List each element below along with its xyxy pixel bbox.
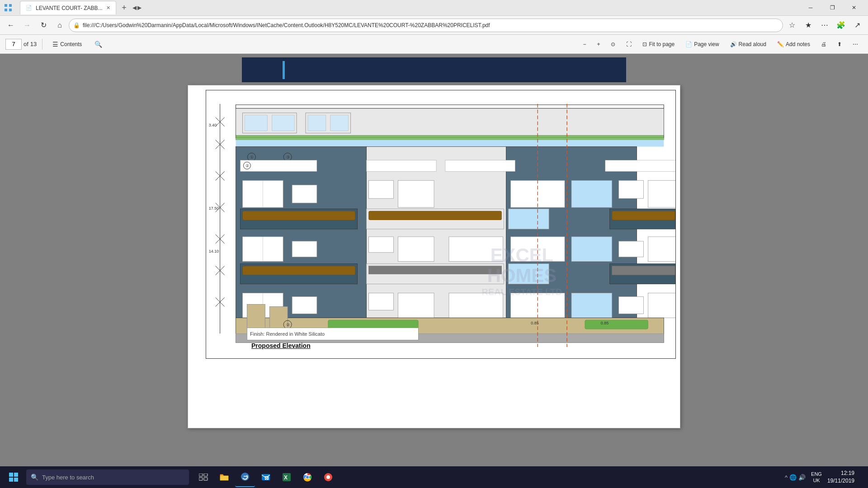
- address-bar[interactable]: [69, 19, 783, 32]
- svg-text:REAL ESTATE LTD: REAL ESTATE LTD: [481, 287, 562, 297]
- svg-rect-63: [292, 241, 317, 257]
- tab-close-button[interactable]: ✕: [106, 5, 110, 11]
- svg-text:0.85: 0.85: [601, 321, 609, 325]
- zoom-in-button[interactable]: +: [592, 38, 604, 51]
- svg-rect-30: [236, 136, 664, 140]
- volume-icon[interactable]: 🔊: [798, 474, 806, 481]
- add-notes-icon: ✏️: [777, 41, 784, 47]
- elevation-label: Proposed Elevation: [251, 342, 311, 349]
- home-button[interactable]: ⌂: [52, 18, 67, 33]
- back-button[interactable]: ←: [4, 18, 18, 33]
- svg-rect-85: [571, 293, 612, 318]
- browser-menu-button[interactable]: ⋯: [817, 18, 832, 33]
- svg-rect-42: [367, 160, 436, 171]
- fit-to-page-button[interactable]: ⊡ Fit to page: [638, 38, 679, 51]
- share-pdf-icon: ⬆: [837, 41, 842, 47]
- forward-button[interactable]: →: [20, 18, 34, 33]
- window-controls: ─ ❐ ✕: [800, 0, 864, 16]
- edge-browser-button[interactable]: [235, 467, 255, 487]
- note-bar: Finish: Rendered in White Silicato: [247, 328, 419, 340]
- svg-text:③: ③: [286, 155, 290, 160]
- share-button[interactable]: ↗: [850, 18, 864, 33]
- page-number-input[interactable]: [5, 39, 22, 50]
- svg-rect-28: [308, 115, 326, 131]
- svg-rect-26: [272, 115, 294, 131]
- pdf-header-bar: [242, 57, 626, 82]
- svg-point-122: [306, 476, 309, 479]
- svg-point-124: [326, 475, 330, 479]
- svg-rect-86: [619, 296, 644, 314]
- excel-button[interactable]: X: [277, 467, 297, 487]
- refresh-button[interactable]: ↻: [36, 18, 51, 33]
- share-pdf-button[interactable]: ⬆: [833, 38, 846, 51]
- svg-rect-77: [612, 266, 675, 275]
- svg-rect-112: [204, 478, 208, 480]
- actual-size-button[interactable]: ⊙: [606, 38, 620, 51]
- read-aloud-button[interactable]: 🔊 Read aloud: [726, 38, 771, 51]
- read-aloud-label: Read aloud: [739, 41, 766, 47]
- file-explorer-button[interactable]: [214, 467, 234, 487]
- svg-rect-43: [445, 160, 515, 171]
- navigation-bar: ← → ↻ ⌂ 🔒 ☆ ★ ⋯ 🧩 ↗: [0, 16, 868, 35]
- svg-rect-39: [240, 160, 316, 171]
- svg-text:O: O: [265, 477, 268, 480]
- task-view-button[interactable]: [193, 467, 213, 487]
- language-indicator[interactable]: ENG UK: [809, 471, 824, 484]
- zoom-out-button[interactable]: −: [578, 38, 590, 51]
- tab-next-arrow[interactable]: ▶: [137, 5, 142, 11]
- svg-rect-44: [605, 160, 675, 171]
- tab-prev-arrow[interactable]: ◀: [132, 5, 137, 11]
- pdf-tab-icon: 📄: [26, 5, 32, 11]
- svg-rect-74: [369, 266, 502, 274]
- pdf-toolbar-right: − + ⊙ ⛶ ⊡ Fit to page 📄 Page view 🔊 Read…: [578, 38, 863, 51]
- search-bar[interactable]: 🔍 Type here to search: [26, 469, 189, 485]
- bookmark-button[interactable]: ☆: [785, 18, 799, 33]
- extensions-button[interactable]: 🧩: [834, 18, 848, 33]
- header-accent: [283, 61, 285, 79]
- svg-rect-48: [369, 180, 394, 198]
- search-icon: 🔍: [31, 474, 38, 481]
- svg-rect-109: [199, 474, 203, 476]
- taskbar-apps: O X: [193, 467, 338, 487]
- pdf-viewer: 3.40 17.50 14.10: [0, 54, 868, 466]
- clock-date: 19/11/2019: [827, 477, 854, 485]
- close-button[interactable]: ✕: [844, 0, 864, 16]
- app6-button[interactable]: [318, 467, 338, 487]
- system-clock[interactable]: 12:19 19/11/2019: [827, 469, 858, 485]
- outlook-button[interactable]: O: [256, 467, 276, 487]
- new-tab-button[interactable]: +: [118, 1, 131, 14]
- title-bar: 📄 LEVANTE COURT- ZABB... ✕ + ◀ ▶ ─ ❐ ✕: [0, 0, 868, 16]
- svg-rect-55: [242, 211, 355, 220]
- svg-text:17.50: 17.50: [209, 206, 219, 211]
- chrome-button[interactable]: [297, 467, 317, 487]
- svg-rect-111: [199, 478, 203, 480]
- title-bar-left: 📄 LEVANTE COURT- ZABB... ✕ + ◀ ▶: [4, 1, 142, 14]
- browser-tab[interactable]: 📄 LEVANTE COURT- ZABB... ✕: [20, 1, 116, 14]
- print-button[interactable]: 🖨: [816, 38, 831, 51]
- search-pdf-button[interactable]: 🔍: [90, 38, 107, 51]
- svg-rect-1: [9, 4, 12, 7]
- page-view-button[interactable]: 📄 Page view: [681, 38, 723, 51]
- address-wrapper: 🔒: [69, 19, 783, 32]
- browser-frame: 📄 LEVANTE COURT- ZABB... ✕ + ◀ ▶ ─ ❐ ✕ ←…: [0, 0, 868, 488]
- svg-text:②: ②: [286, 323, 290, 327]
- tray-chevron[interactable]: ^: [785, 474, 788, 481]
- favorites-button[interactable]: ★: [801, 18, 816, 33]
- contents-button[interactable]: ☰ Contents: [48, 38, 86, 51]
- start-button[interactable]: [4, 467, 24, 487]
- restore-button[interactable]: ❐: [822, 0, 843, 16]
- svg-text:EXCEL: EXCEL: [491, 244, 554, 266]
- svg-text:X: X: [284, 474, 288, 481]
- contents-icon: ☰: [52, 41, 58, 48]
- add-notes-button[interactable]: ✏️ Add notes: [773, 38, 815, 51]
- svg-rect-2: [5, 9, 7, 11]
- tab-title: LEVANTE COURT- ZABB...: [36, 5, 103, 11]
- svg-text:②: ②: [245, 164, 249, 168]
- network-icon[interactable]: 🌐: [789, 474, 797, 481]
- address-lock-icon: 🔒: [73, 22, 80, 28]
- minimize-button[interactable]: ─: [800, 0, 821, 16]
- svg-rect-25: [245, 115, 267, 131]
- pdf-more-button[interactable]: ⋯: [848, 38, 863, 51]
- fullscreen-button[interactable]: ⛶: [622, 38, 636, 51]
- windows-logo-icon: [9, 473, 18, 482]
